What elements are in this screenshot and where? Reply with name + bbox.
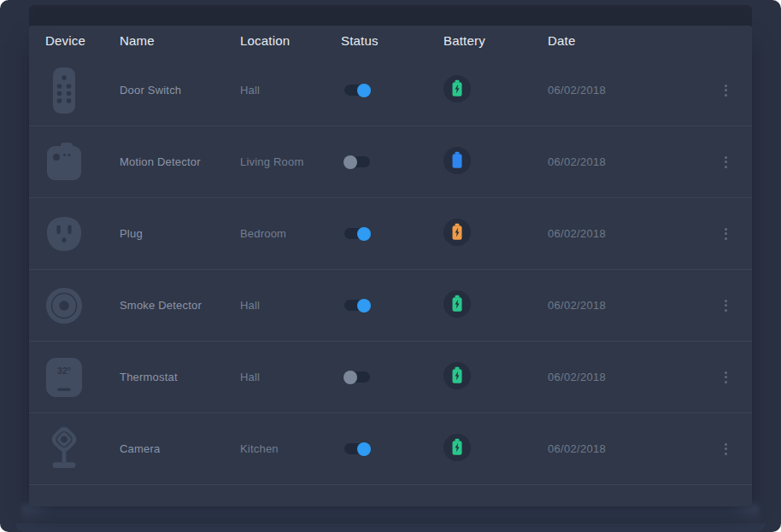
battery-charging-icon (443, 290, 548, 321)
kebab-menu-icon[interactable] (719, 296, 731, 315)
column-header-name: Name (120, 33, 240, 48)
device-location: Hall (240, 371, 341, 383)
status-cell (341, 85, 443, 96)
row-menu-cell (719, 440, 731, 459)
kebab-dot (725, 89, 727, 91)
kebab-dot (725, 371, 727, 374)
table-row: Smoke DetectorHall 06/02/2018 (29, 270, 752, 342)
device-cell (45, 284, 120, 327)
device-location: Living Room (240, 155, 341, 168)
svg-text:32°: 32° (57, 365, 71, 376)
device-cell (45, 424, 120, 474)
device-date: 06/02/2018 (548, 227, 719, 240)
device-name: Smoke Detector (120, 299, 240, 312)
device-name: Door Switch (120, 84, 240, 96)
table-body: Door SwitchHall 06/02/2018 Motion Detect… (29, 55, 752, 485)
device-cell: 32° (45, 356, 120, 399)
device-location: Hall (240, 84, 341, 96)
kebab-dot (725, 228, 727, 231)
battery-charging-icon (443, 219, 548, 249)
row-menu-cell (719, 368, 731, 387)
kebab-dot (725, 156, 727, 159)
device-date: 06/02/2018 (548, 299, 719, 312)
toggle-knob (357, 299, 371, 313)
kebab-dot (725, 447, 727, 450)
device-cell (45, 214, 120, 254)
smart-home-devices-screen: DeviceNameLocationStatusBatteryDate Door… (0, 0, 781, 532)
battery-cell (443, 290, 548, 321)
device-name: Thermostat (120, 371, 240, 383)
remote-icon (45, 65, 83, 116)
kebab-menu-icon[interactable] (719, 225, 731, 243)
battery-charging-icon (443, 434, 548, 465)
row-menu-cell (719, 153, 731, 172)
kebab-menu-icon[interactable] (719, 153, 731, 172)
kebab-menu-icon[interactable] (719, 81, 731, 100)
device-table-card: DeviceNameLocationStatusBatteryDate Door… (29, 26, 752, 506)
device-cell (45, 143, 120, 182)
status-cell (341, 228, 443, 239)
kebab-dot (725, 161, 727, 163)
status-toggle[interactable] (344, 443, 370, 454)
table-row: 32° ThermostatHall 06/02/2018 (29, 342, 752, 413)
status-cell (341, 371, 443, 383)
kebab-dot (725, 300, 727, 302)
battery-cell (443, 147, 548, 178)
camera-icon (45, 424, 83, 474)
kebab-dot (725, 304, 727, 307)
device-location: Bedroom (240, 227, 341, 240)
kebab-menu-icon[interactable] (719, 440, 731, 459)
row-menu-cell (719, 296, 731, 315)
table-row: PlugBedroom 06/02/2018 (29, 198, 752, 270)
card-glow-decoration (22, 505, 759, 523)
kebab-menu-icon[interactable] (719, 368, 731, 387)
toggle-knob (357, 442, 371, 456)
kebab-dot (725, 237, 727, 240)
kebab-dot (725, 94, 727, 96)
status-cell (341, 156, 443, 167)
device-name: Camera (120, 442, 240, 455)
kebab-dot (725, 381, 727, 383)
kebab-dot (725, 443, 727, 446)
kebab-dot (725, 166, 727, 168)
toggle-knob (357, 84, 371, 97)
row-menu-cell (719, 225, 731, 243)
motion-detector-icon (45, 143, 83, 182)
table-row: Motion DetectorLiving Room 06/02/2018 (29, 126, 752, 198)
smoke-detector-icon (45, 284, 83, 327)
column-header-battery: Battery (443, 33, 548, 48)
device-location: Hall (240, 299, 341, 312)
device-name: Motion Detector (120, 155, 240, 168)
toggle-knob (344, 155, 357, 169)
status-toggle[interactable] (344, 228, 370, 239)
column-header-device: Device (45, 33, 120, 48)
device-name: Plug (120, 227, 240, 240)
device-date: 06/02/2018 (548, 84, 719, 96)
battery-cell (443, 75, 548, 106)
status-toggle[interactable] (344, 371, 370, 383)
status-toggle[interactable] (344, 156, 370, 167)
kebab-dot (725, 232, 727, 235)
table-row: Door SwitchHall 06/02/2018 (29, 55, 752, 126)
column-header-status: Status (341, 33, 443, 48)
table-header-row: DeviceNameLocationStatusBatteryDate (29, 26, 752, 55)
battery-full-icon (443, 147, 548, 178)
thermostat-icon: 32° (45, 356, 83, 399)
device-date: 06/02/2018 (548, 155, 719, 168)
toggle-knob (344, 371, 357, 384)
status-toggle[interactable] (344, 300, 370, 311)
plug-icon (45, 214, 83, 254)
device-date: 06/02/2018 (548, 442, 719, 455)
device-cell (45, 65, 120, 116)
status-cell (341, 443, 443, 454)
toggle-knob (357, 227, 371, 241)
battery-cell (443, 434, 548, 465)
battery-charging-icon (443, 362, 548, 393)
status-toggle[interactable] (344, 85, 370, 96)
kebab-dot (725, 85, 727, 87)
kebab-dot (725, 453, 727, 455)
kebab-dot (725, 309, 727, 312)
kebab-dot (725, 376, 727, 378)
column-header-location: Location (240, 33, 341, 48)
battery-cell (443, 362, 548, 393)
